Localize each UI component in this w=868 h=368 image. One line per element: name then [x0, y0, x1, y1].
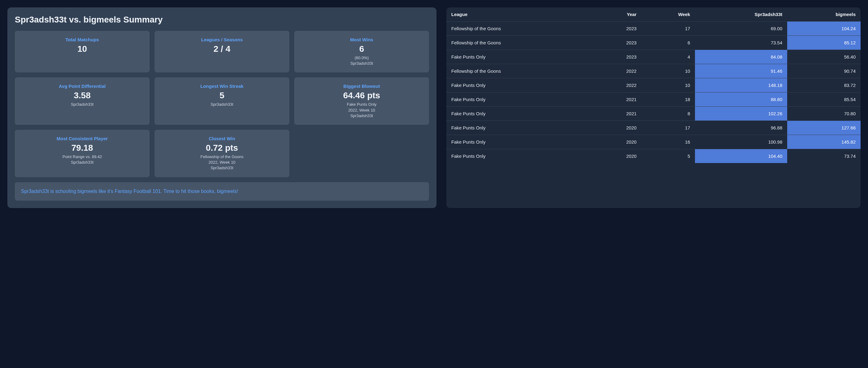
col-player1: Spr3adsh33t [695, 7, 787, 22]
cell-p2: 127.66 [787, 121, 861, 135]
cell-week: 8 [642, 107, 695, 121]
col-player2: bigmeels [787, 7, 861, 22]
cell-p1: 91.46 [695, 64, 787, 78]
cell-p2: 104.24 [787, 22, 861, 36]
table-row: Fellowship of the Goons20231769.00104.24 [446, 22, 861, 36]
cell-p1: 88.80 [695, 93, 787, 107]
cell-p1: 84.08 [695, 50, 787, 64]
cell-p1: 73.54 [695, 36, 787, 50]
stat-card-value: 5 [159, 91, 284, 100]
table-row: Fake Punts Only20218102.2670.80 [446, 107, 861, 121]
stat-card: Most Consistent Player79.18Point Range v… [15, 130, 150, 177]
stat-card-value: 64.46 pts [299, 91, 424, 100]
summary-message: Spr3adsh33t is schooling bigmeels like i… [15, 182, 429, 201]
cell-year: 2020 [592, 149, 642, 163]
col-year: Year [592, 7, 642, 22]
stat-card-label: Most Consistent Player [20, 136, 145, 141]
cell-p1: 69.00 [695, 22, 787, 36]
cell-week: 5 [642, 149, 695, 163]
stat-card-sub: Fake Punts Only [299, 102, 424, 107]
stat-card-sub: 2022, Week 10 [299, 107, 424, 113]
stat-card: Longest Win Streak5Spr3adsh33t [155, 77, 289, 125]
cell-week: 16 [642, 135, 695, 149]
cell-year: 2023 [592, 50, 642, 64]
cell-p1: 100.98 [695, 135, 787, 149]
stat-card: Total Matchups10 [15, 31, 150, 72]
cell-week: 10 [642, 78, 695, 93]
cell-league: Fake Punts Only [446, 121, 592, 135]
stat-card-sub: Spr3adsh33t [20, 102, 145, 107]
cell-league: Fake Punts Only [446, 78, 592, 93]
cell-p2: 85.54 [787, 93, 861, 107]
stat-card-value: 10 [20, 44, 145, 54]
cell-week: 17 [642, 22, 695, 36]
cell-league: Fake Punts Only [446, 107, 592, 121]
cell-league: Fake Punts Only [446, 135, 592, 149]
cell-p2: 83.72 [787, 78, 861, 93]
stat-cards-grid: Total Matchups10Leagues / Seasons2 / 4Mo… [15, 31, 429, 177]
stat-card-sub: Spr3adsh33t [159, 102, 284, 107]
matchups-table: League Year Week Spr3adsh33t bigmeels Fe… [446, 7, 861, 163]
stat-card-sub: Spr3adsh33t [299, 113, 424, 119]
cell-year: 2022 [592, 64, 642, 78]
cell-week: 6 [642, 36, 695, 50]
col-week: Week [642, 7, 695, 22]
cell-league: Fake Punts Only [446, 93, 592, 107]
stat-card: Closest Win0.72 ptsFellowship of the Goo… [155, 130, 289, 177]
table-row: Fake Punts Only20205104.4073.74 [446, 149, 861, 163]
cell-p1: 104.40 [695, 149, 787, 163]
table-row: Fake Punts Only20211888.8085.54 [446, 93, 861, 107]
cell-year: 2022 [592, 78, 642, 93]
summary-panel: Spr3adsh33t vs. bigmeels Summary Total M… [7, 7, 436, 208]
cell-league: Fellowship of the Goons [446, 22, 592, 36]
cell-year: 2023 [592, 36, 642, 50]
cell-p1: 148.18 [695, 78, 787, 93]
cell-week: 17 [642, 121, 695, 135]
cell-p2: 145.82 [787, 135, 861, 149]
stat-card-label: Biggest Blowout [299, 83, 424, 89]
cell-league: Fellowship of the Goons [446, 64, 592, 78]
table-header-row: League Year Week Spr3adsh33t bigmeels [446, 7, 861, 22]
cell-year: 2021 [592, 107, 642, 121]
stat-card-value: 3.58 [20, 91, 145, 100]
cell-year: 2020 [592, 135, 642, 149]
table-row: Fake Punts Only202210148.1883.72 [446, 78, 861, 93]
cell-league: Fake Punts Only [446, 50, 592, 64]
cell-league: Fake Punts Only [446, 149, 592, 163]
cell-p1: 102.26 [695, 107, 787, 121]
table-row: Fake Punts Only202016100.98145.82 [446, 135, 861, 149]
col-league: League [446, 7, 592, 22]
cell-p1: 96.88 [695, 121, 787, 135]
page-title: Spr3adsh33t vs. bigmeels Summary [15, 15, 429, 25]
stat-card: Avg Point Differential3.58Spr3adsh33t [15, 77, 150, 125]
stat-card-sub: Spr3adsh33t [20, 160, 145, 165]
stat-card-value: 79.18 [20, 143, 145, 153]
stat-card: Biggest Blowout64.46 ptsFake Punts Only2… [294, 77, 429, 125]
table-row: Fake Punts Only2023484.0856.40 [446, 50, 861, 64]
stat-card-label: Leagues / Seasons [159, 37, 284, 42]
cell-year: 2023 [592, 22, 642, 36]
cell-p2: 85.12 [787, 36, 861, 50]
cell-year: 2021 [592, 93, 642, 107]
stat-card-label: Closest Win [159, 136, 284, 141]
stat-card-label: Total Matchups [20, 37, 145, 42]
cell-p2: 56.40 [787, 50, 861, 64]
cell-league: Fellowship of the Goons [446, 36, 592, 50]
stat-card: Most Wins6(60.0%)Spr3adsh33t [294, 31, 429, 72]
stat-card: Leagues / Seasons2 / 4 [155, 31, 289, 72]
cell-p2: 70.80 [787, 107, 861, 121]
table-row: Fake Punts Only20201796.88127.66 [446, 121, 861, 135]
cell-week: 18 [642, 93, 695, 107]
stat-card-label: Avg Point Differential [20, 83, 145, 89]
table-row: Fellowship of the Goons2023673.5485.12 [446, 36, 861, 50]
cell-p2: 73.74 [787, 149, 861, 163]
stat-card-value: 6 [299, 44, 424, 54]
stat-card-sub: Spr3adsh33t [159, 165, 284, 171]
cell-p2: 90.74 [787, 64, 861, 78]
cell-week: 10 [642, 64, 695, 78]
stat-card-sub: Spr3adsh33t [299, 61, 424, 66]
table-row: Fellowship of the Goons20221091.4690.74 [446, 64, 861, 78]
stat-card-sub: Fellowship of the Goons [159, 154, 284, 160]
stat-card-sub: Point Range vs. 89.42 [20, 154, 145, 160]
matchups-table-panel: League Year Week Spr3adsh33t bigmeels Fe… [446, 7, 861, 208]
